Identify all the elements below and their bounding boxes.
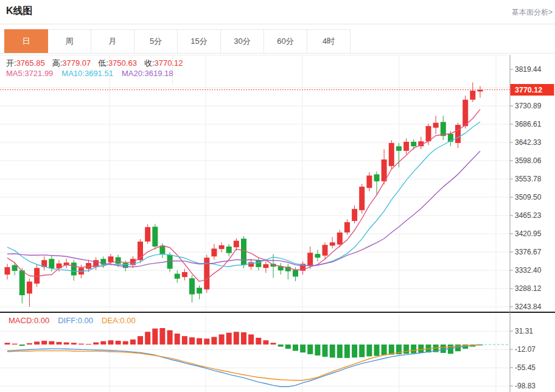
macd-bar xyxy=(374,345,380,356)
macd-bar xyxy=(57,342,62,345)
candle xyxy=(366,175,372,187)
macd-bar xyxy=(315,345,320,355)
macd-bar xyxy=(189,337,195,345)
candle xyxy=(344,222,350,233)
tab-month[interactable]: 月 xyxy=(91,29,134,54)
macd-bar xyxy=(182,336,187,345)
ma-readout: MA5:3721.99MA10:3691.51MA20:3619.18 xyxy=(6,69,182,78)
candle xyxy=(426,126,431,141)
macd-bar xyxy=(49,341,54,345)
axis-tick-label: 3420.95 xyxy=(515,229,542,238)
axis-tick-label: 3819.44 xyxy=(515,65,542,74)
axis-tick-label: -55.45 xyxy=(515,363,536,372)
candle xyxy=(116,257,121,264)
candle xyxy=(462,100,468,126)
candle xyxy=(19,270,25,295)
candle xyxy=(359,187,365,211)
macd-bar xyxy=(175,334,180,345)
axis-tick-label: 3243.84 xyxy=(515,303,542,311)
tabbar-bottom-border xyxy=(0,53,555,54)
macd-bar xyxy=(34,341,40,345)
candle xyxy=(323,245,328,256)
period-tab-bar: 日周月5分15分30分60分4时 xyxy=(5,29,351,54)
macd-bar xyxy=(79,344,84,345)
ohlc-row-item: 开:3765.85 xyxy=(6,58,45,68)
macd-bar xyxy=(211,337,217,345)
macd-bar xyxy=(19,345,25,346)
candle xyxy=(263,264,268,268)
macd-bar xyxy=(167,331,173,345)
macd-bar xyxy=(359,345,365,357)
candle xyxy=(396,146,402,151)
ma-row-item: MA20:3619.18 xyxy=(122,69,173,78)
axis-tick-label: 3288.12 xyxy=(515,284,542,293)
ma-row-item: MA5:3721.99 xyxy=(6,69,53,78)
ohlc-readout: 开:3765.85高:3779.07低:3750.63收:3770.12 xyxy=(6,58,190,69)
candle xyxy=(12,265,18,271)
ohlc-row-item: 收:3770.12 xyxy=(144,58,183,68)
candle xyxy=(234,241,239,248)
macd-legend-item: DEA:0.00 xyxy=(102,316,136,325)
candle xyxy=(182,272,187,277)
candle xyxy=(389,143,394,166)
candle xyxy=(49,259,54,268)
candle xyxy=(219,245,225,249)
axis-tick-label: 3686.61 xyxy=(515,120,542,128)
macd-bar xyxy=(441,345,446,353)
macd-bar xyxy=(352,345,357,357)
macd-bar xyxy=(382,345,387,355)
tab-15min[interactable]: 15分 xyxy=(177,29,221,54)
candle xyxy=(159,246,165,254)
tab-30min[interactable]: 30分 xyxy=(220,29,264,54)
axis-tick-label: 3642.33 xyxy=(515,138,542,147)
macd-bar xyxy=(448,345,453,354)
axis-tick-label: -12.07 xyxy=(515,345,536,354)
gridlines xyxy=(0,56,510,392)
candle xyxy=(152,227,158,247)
macd-bar xyxy=(93,343,99,345)
macd-bar xyxy=(64,343,69,345)
macd-readout: MACD:0.00DIFF:0.00DEA:0.00 xyxy=(9,316,144,325)
tab-week[interactable]: 周 xyxy=(47,29,91,54)
axis-tick-label: 3598.06 xyxy=(515,156,542,165)
candle xyxy=(211,248,217,256)
candle xyxy=(293,270,298,277)
axis-tick-label: 3553.78 xyxy=(515,175,542,183)
macd-bar xyxy=(263,340,268,345)
macd-bar xyxy=(234,332,239,345)
candle xyxy=(108,256,114,262)
price-axis: 3819.443730.893686.613642.333598.063553.… xyxy=(510,55,542,392)
dea-line xyxy=(7,345,480,380)
candle xyxy=(123,263,128,268)
fundamental-analysis-link[interactable]: 基本面分析> xyxy=(512,7,553,18)
macd-bar xyxy=(27,343,32,345)
macd-bar xyxy=(307,345,313,354)
macd-bar xyxy=(271,343,276,345)
candles-layer xyxy=(5,82,483,307)
tab-5min[interactable]: 5分 xyxy=(134,29,178,54)
macd-bar xyxy=(278,345,284,347)
macd-bar xyxy=(293,345,298,351)
tab-day[interactable]: 日 xyxy=(4,29,48,54)
macd-layer xyxy=(5,328,511,387)
macd-bar xyxy=(403,345,409,354)
candle xyxy=(433,123,439,128)
ohlc-row-item: 高:3779.07 xyxy=(52,58,91,68)
candle xyxy=(411,142,416,147)
candle xyxy=(382,159,387,181)
macd-bar xyxy=(204,338,209,345)
tab-4hour[interactable]: 4时 xyxy=(307,29,351,54)
candle xyxy=(470,91,475,100)
axis-tick-label: 3730.89 xyxy=(515,102,542,110)
macd-bar xyxy=(411,345,416,354)
macd-bar xyxy=(256,338,261,345)
candle xyxy=(145,227,150,242)
macd-bar xyxy=(71,343,77,345)
macd-bar xyxy=(108,340,114,345)
macd-bar xyxy=(116,341,121,345)
tab-60min[interactable]: 60分 xyxy=(264,29,307,54)
candle xyxy=(197,288,202,294)
candle xyxy=(189,278,195,294)
candle xyxy=(352,209,357,221)
macd-bar xyxy=(152,329,158,345)
